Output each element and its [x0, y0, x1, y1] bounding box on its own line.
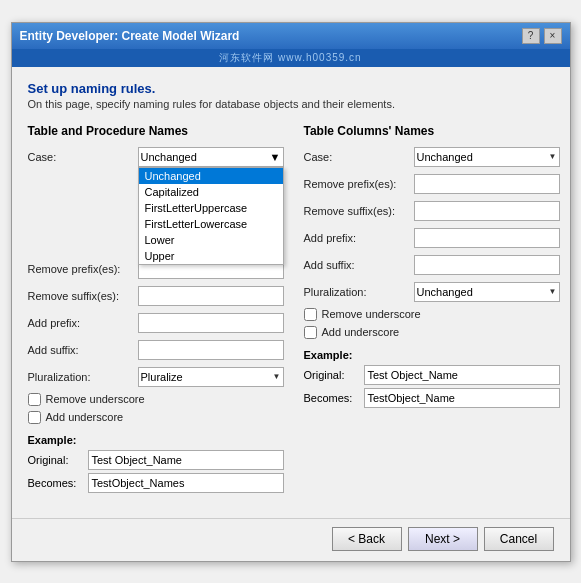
- right-add-suffix-input[interactable]: [414, 255, 560, 275]
- dropdown-item-upper[interactable]: Upper: [139, 248, 283, 264]
- title-bar: Entity Developer: Create Model Wizard ? …: [12, 23, 570, 49]
- left-add-suffix-label: Add suffix:: [28, 344, 138, 356]
- left-case-dropdown: Unchanged Capitalized FirstLetterUpperca…: [138, 167, 284, 265]
- right-original-label: Original:: [304, 369, 364, 381]
- right-column-title: Table Columns' Names: [304, 124, 560, 138]
- wizard-footer: < Back Next > Cancel: [12, 518, 570, 561]
- right-pluralization-wrapper: Unchanged Pluralize Singularize: [414, 282, 560, 302]
- title-controls: ? ×: [522, 28, 562, 44]
- right-add-underscore-row: Add underscore: [304, 326, 560, 339]
- left-add-prefix-label: Add prefix:: [28, 317, 138, 329]
- left-pluralization-row: Pluralization: Unchanged Pluralize Singu…: [28, 366, 284, 388]
- left-original-row: Original: Test Object_Name: [28, 450, 284, 470]
- left-case-select[interactable]: Unchanged ▼: [138, 147, 284, 167]
- right-example-title: Example:: [304, 349, 560, 361]
- left-example-section: Example: Original: Test Object_Name Beco…: [28, 434, 284, 493]
- right-add-prefix-label: Add prefix:: [304, 232, 414, 244]
- left-remove-suffix-row: Remove suffix(es):: [28, 285, 284, 307]
- left-remove-underscore-label: Remove underscore: [46, 393, 145, 405]
- left-case-label: Case:: [28, 151, 138, 163]
- right-remove-prefix-row: Remove prefix(es):: [304, 173, 560, 195]
- right-pluralization-select[interactable]: Unchanged Pluralize Singularize: [414, 282, 560, 302]
- right-remove-prefix-label: Remove prefix(es):: [304, 178, 414, 190]
- left-becomes-label: Becomes:: [28, 477, 88, 489]
- right-becomes-label: Becomes:: [304, 392, 364, 404]
- left-example-title: Example:: [28, 434, 284, 446]
- right-original-value: Test Object_Name: [364, 365, 560, 385]
- right-add-suffix-row: Add suffix:: [304, 254, 560, 276]
- watermark-text: 河东软件网 www.h00359.cn: [219, 52, 361, 63]
- right-pluralization-row: Pluralization: Unchanged Pluralize Singu…: [304, 281, 560, 303]
- left-remove-underscore-checkbox[interactable]: [28, 393, 41, 406]
- left-remove-prefix-label: Remove prefix(es):: [28, 263, 138, 275]
- right-remove-prefix-input[interactable]: [414, 174, 560, 194]
- right-pluralization-label: Pluralization:: [304, 286, 414, 298]
- right-add-underscore-checkbox[interactable]: [304, 326, 317, 339]
- left-remove-underscore-row: Remove underscore: [28, 393, 284, 406]
- page-title: Set up naming rules.: [28, 81, 554, 96]
- left-add-underscore-checkbox[interactable]: [28, 411, 41, 424]
- help-button[interactable]: ?: [522, 28, 540, 44]
- left-original-label: Original:: [28, 454, 88, 466]
- dropdown-item-unchanged[interactable]: Unchanged: [139, 168, 283, 184]
- wizard-content: Set up naming rules. On this page, speci…: [12, 67, 570, 506]
- right-original-row: Original: Test Object_Name: [304, 365, 560, 385]
- left-add-prefix-input[interactable]: [138, 313, 284, 333]
- wizard-window: Entity Developer: Create Model Wizard ? …: [11, 22, 571, 562]
- left-pluralization-label: Pluralization:: [28, 371, 138, 383]
- right-becomes-value: TestObject_Name: [364, 388, 560, 408]
- left-add-suffix-row: Add suffix:: [28, 339, 284, 361]
- right-remove-suffix-row: Remove suffix(es):: [304, 200, 560, 222]
- close-button[interactable]: ×: [544, 28, 562, 44]
- right-case-select[interactable]: Unchanged Capitalized FirstLetterUpperca…: [414, 147, 560, 167]
- cancel-button[interactable]: Cancel: [484, 527, 554, 551]
- dropdown-item-capitalized[interactable]: Capitalized: [139, 184, 283, 200]
- right-add-underscore-label: Add underscore: [322, 326, 400, 338]
- left-remove-suffix-label: Remove suffix(es):: [28, 290, 138, 302]
- watermark-bar: 河东软件网 www.h00359.cn: [12, 49, 570, 67]
- back-button[interactable]: < Back: [332, 527, 402, 551]
- right-remove-suffix-input[interactable]: [414, 201, 560, 221]
- left-add-underscore-row: Add underscore: [28, 411, 284, 424]
- page-description: On this page, specify naming rules for d…: [28, 98, 554, 110]
- left-pluralization-select[interactable]: Unchanged Pluralize Singularize: [138, 367, 284, 387]
- right-add-prefix-input[interactable]: [414, 228, 560, 248]
- left-original-value: Test Object_Name: [88, 450, 284, 470]
- left-column: Table and Procedure Names Case: Unchange…: [28, 124, 284, 496]
- right-remove-underscore-checkbox[interactable]: [304, 308, 317, 321]
- left-case-wrapper: Unchanged ▼ Unchanged Capitalized FirstL…: [138, 147, 284, 167]
- right-add-prefix-row: Add prefix:: [304, 227, 560, 249]
- window-title: Entity Developer: Create Model Wizard: [20, 29, 240, 43]
- left-case-arrow: ▼: [270, 151, 281, 163]
- dropdown-item-firstletterlower[interactable]: FirstLetterLowercase: [139, 216, 283, 232]
- left-column-title: Table and Procedure Names: [28, 124, 284, 138]
- next-button[interactable]: Next >: [408, 527, 478, 551]
- right-becomes-row: Becomes: TestObject_Name: [304, 388, 560, 408]
- right-remove-underscore-row: Remove underscore: [304, 308, 560, 321]
- right-column: Table Columns' Names Case: Unchanged Cap…: [304, 124, 560, 496]
- left-case-value: Unchanged: [141, 151, 197, 163]
- left-becomes-row: Becomes: TestObject_Names: [28, 473, 284, 493]
- left-add-underscore-label: Add underscore: [46, 411, 124, 423]
- right-case-row: Case: Unchanged Capitalized FirstLetterU…: [304, 146, 560, 168]
- two-columns: Table and Procedure Names Case: Unchange…: [28, 124, 554, 496]
- right-remove-underscore-label: Remove underscore: [322, 308, 421, 320]
- left-becomes-value: TestObject_Names: [88, 473, 284, 493]
- right-case-wrapper: Unchanged Capitalized FirstLetterUpperca…: [414, 147, 560, 167]
- right-remove-suffix-label: Remove suffix(es):: [304, 205, 414, 217]
- left-remove-suffix-input[interactable]: [138, 286, 284, 306]
- left-add-prefix-row: Add prefix:: [28, 312, 284, 334]
- left-pluralization-wrapper: Unchanged Pluralize Singularize: [138, 367, 284, 387]
- right-add-suffix-label: Add suffix:: [304, 259, 414, 271]
- left-add-suffix-input[interactable]: [138, 340, 284, 360]
- right-case-label: Case:: [304, 151, 414, 163]
- dropdown-item-lower[interactable]: Lower: [139, 232, 283, 248]
- dropdown-item-firstletterupper[interactable]: FirstLetterUppercase: [139, 200, 283, 216]
- left-case-row: Case: Unchanged ▼ Unchanged Capitalized …: [28, 146, 284, 168]
- right-example-section: Example: Original: Test Object_Name Beco…: [304, 349, 560, 408]
